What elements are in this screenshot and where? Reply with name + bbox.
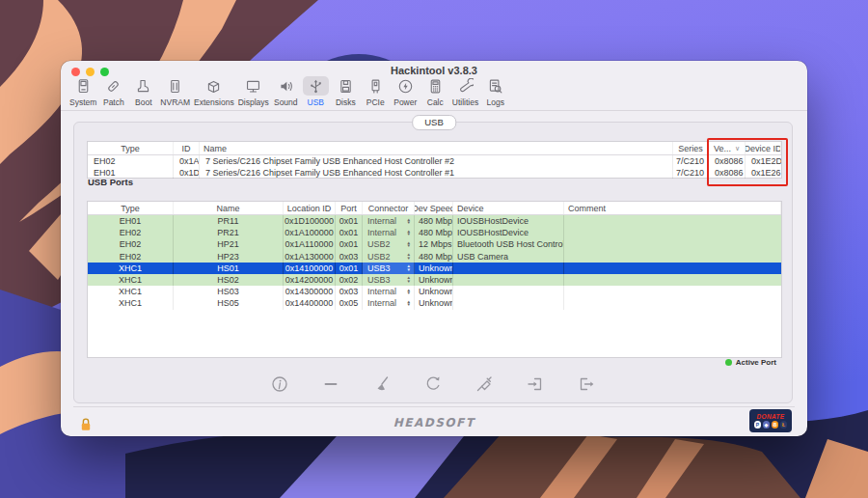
donate-methods: P◆ɃŁ: [754, 421, 788, 429]
table-cell: 0x03: [336, 251, 363, 263]
table-row[interactable]: EH020x1A7 Series/C216 Chipset Family USB…: [88, 155, 781, 167]
usb-icon: [303, 76, 329, 96]
remove-icon[interactable]: [320, 374, 341, 395]
tab-usb[interactable]: USB: [412, 115, 456, 130]
table-cell: XHC1: [88, 263, 174, 274]
table-cell: EH02: [88, 227, 174, 238]
controllers-header: TypeIDNameSeriesVe...∨Device ID: [88, 142, 781, 155]
stepper-icon[interactable]: ▲▼: [407, 253, 411, 260]
port-row[interactable]: XHC1HS010x141000000x01USB3▲▼Unknown: [88, 263, 781, 274]
usb-ports-table: TypeNameLocation IDPortConnectorDev Spee…: [87, 201, 782, 358]
column-header[interactable]: Device ID: [746, 142, 781, 154]
connector-select[interactable]: USB2▲▼: [363, 251, 415, 263]
table-row[interactable]: EH010x1D7 Series/C216 Chipset Family USB…: [88, 167, 781, 179]
port-row[interactable]: EH02HP230x1A1300000x03USB2▲▼480 MbpsUSB …: [88, 251, 781, 263]
table-cell: 7/C210: [673, 155, 709, 167]
table-cell: EH01: [88, 215, 174, 227]
toolbar-item-usb[interactable]: USB: [301, 76, 331, 107]
stepper-icon[interactable]: ▲▼: [407, 218, 411, 225]
syringe-icon[interactable]: [474, 374, 495, 395]
lightning-icon: [393, 76, 419, 96]
toolbar-item-disks[interactable]: Disks: [331, 76, 361, 107]
column-header[interactable]: Location ID: [284, 202, 336, 214]
toolbar-item-calc[interactable]: Calc: [420, 76, 450, 107]
connector-select[interactable]: Internal▲▼: [363, 227, 415, 238]
column-header[interactable]: ID: [174, 142, 200, 154]
connector-select[interactable]: Internal▲▼: [363, 215, 415, 227]
refresh-icon[interactable]: [422, 374, 444, 395]
connector-select[interactable]: Internal▲▼: [363, 286, 415, 297]
toolbar-item-boot[interactable]: Boot: [128, 76, 158, 107]
table-cell: 0x14300000: [284, 286, 336, 297]
column-header[interactable]: Ve...∨: [709, 142, 746, 154]
stepper-icon[interactable]: ▲▼: [407, 289, 411, 295]
toolbar-item-label: NVRAM: [160, 97, 190, 107]
toolbar-item-label: Calc: [427, 97, 444, 107]
stepper-icon[interactable]: ▲▼: [407, 241, 411, 248]
stepper-icon[interactable]: ▲▼: [407, 230, 411, 236]
stepper-icon[interactable]: ▲▼: [407, 300, 411, 307]
column-header[interactable]: Type: [88, 142, 174, 154]
table-cell: [564, 251, 781, 263]
toolbar-item-label: Displays: [238, 97, 269, 107]
connector-select[interactable]: USB2▲▼: [363, 238, 415, 250]
column-header[interactable]: Series: [673, 142, 709, 154]
toolbar-item-sound[interactable]: Sound: [271, 76, 301, 107]
port-row[interactable]: XHC1HS050x144000000x05Internal▲▼Unknown: [88, 297, 781, 309]
table-cell: [564, 263, 781, 274]
column-header[interactable]: Type: [88, 202, 174, 214]
cube-icon: [201, 76, 227, 96]
donate-button[interactable]: DONATE P◆ɃŁ: [749, 409, 792, 432]
pcie-card-icon: [363, 76, 389, 96]
connector-select[interactable]: USB3▲▼: [363, 274, 415, 286]
port-row[interactable]: EH01PR110x1D1000000x01Internal▲▼480 Mbps…: [88, 215, 781, 227]
toolbar-item-patch[interactable]: Patch: [98, 76, 128, 107]
info-icon[interactable]: [269, 374, 290, 395]
toolbar-item-power[interactable]: Power: [391, 76, 420, 107]
table-cell: Unknown: [415, 263, 453, 274]
column-header[interactable]: Port: [336, 202, 363, 214]
port-row[interactable]: XHC1HS020x142000000x02USB3▲▼Unknown: [88, 274, 781, 286]
calculator-icon: [422, 76, 448, 96]
stepper-icon[interactable]: ▲▼: [407, 276, 411, 283]
connector-select[interactable]: USB3▲▼: [363, 263, 415, 274]
toolbar-item-label: PCIe: [366, 97, 385, 107]
toolbar-item-nvram[interactable]: NVRAM: [158, 76, 192, 107]
toolbar-item-displays[interactable]: Displays: [236, 76, 271, 107]
table-cell: 0x1D: [174, 167, 200, 179]
table-cell: EH02: [88, 238, 174, 250]
column-header[interactable]: Device: [453, 202, 564, 214]
sort-indicator-icon: ∨: [735, 145, 740, 152]
toolbar-item-extensions[interactable]: Extensions: [192, 76, 236, 107]
port-row[interactable]: EH02HP210x1A1100000x01USB2▲▼12 MbpsBluet…: [88, 238, 781, 250]
table-cell: XHC1: [88, 297, 174, 309]
table-cell: [453, 286, 564, 297]
import-icon[interactable]: [525, 374, 546, 395]
column-header[interactable]: Name: [200, 142, 673, 154]
toolbar-item-logs[interactable]: Logs: [480, 76, 510, 107]
toolbar-item-system[interactable]: System: [68, 76, 98, 107]
port-row[interactable]: XHC1HS030x143000000x03Internal▲▼Unknown: [88, 286, 781, 297]
column-header[interactable]: Connector: [363, 202, 415, 214]
table-cell: 0x8086: [709, 167, 746, 179]
column-header[interactable]: Name: [174, 202, 284, 214]
column-header[interactable]: Dev Speed: [415, 202, 453, 214]
table-cell: 0x1D100000: [284, 215, 336, 227]
stepper-icon[interactable]: ▲▼: [407, 264, 411, 271]
table-cell: 0x01: [336, 227, 363, 238]
litecoin-icon: Ł: [780, 421, 788, 429]
port-row[interactable]: EH02PR210x1A1000000x01Internal▲▼480 Mbps…: [88, 227, 781, 238]
table-cell: 0x01: [336, 215, 363, 227]
connector-select[interactable]: Internal▲▼: [363, 297, 415, 309]
column-header[interactable]: Comment: [564, 202, 781, 214]
ports-body: EH01PR110x1D1000000x01Internal▲▼480 Mbps…: [88, 215, 781, 310]
toolbar-item-utilities[interactable]: Utilities: [450, 76, 480, 107]
table-cell: [564, 286, 781, 297]
broom-icon[interactable]: [371, 374, 393, 395]
toolbar-item-pcie[interactable]: PCIe: [361, 76, 391, 107]
toolbar: SystemPatchBootNVRAMExtensionsDisplaysSo…: [68, 76, 510, 107]
table-cell: 0x14400000: [284, 297, 336, 309]
table-cell: 480 Mbps: [415, 251, 453, 263]
export-icon[interactable]: [576, 374, 597, 395]
table-cell: [453, 263, 564, 274]
